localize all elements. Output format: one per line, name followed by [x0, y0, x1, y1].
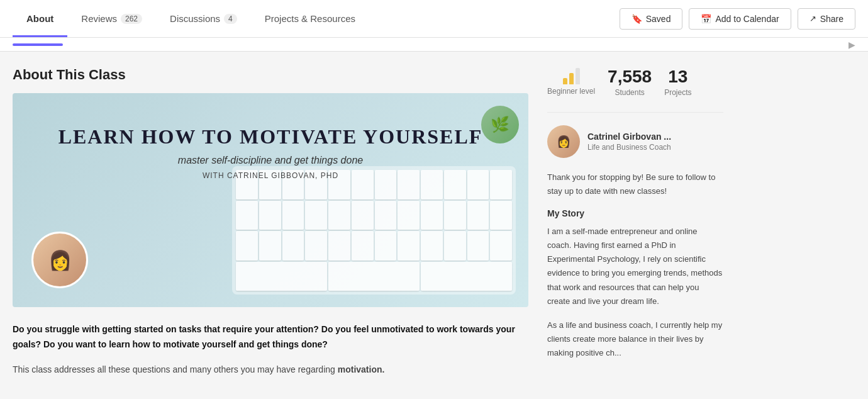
right-column: Beginner level 7,558 Students 13 Project… — [547, 67, 723, 377]
projects-label: Projects — [664, 88, 691, 97]
bio-paragraph-2: As a life and business coach, I currentl… — [547, 318, 723, 360]
students-stat: 7,558 Students — [608, 67, 652, 97]
scroll-indicator — [13, 43, 63, 46]
bio-section-title: My Story — [547, 208, 723, 218]
bar-1 — [563, 78, 567, 84]
level-stat: Beginner level — [547, 67, 595, 96]
tab-about-label: About — [26, 13, 53, 24]
description-normal: This class addresses all these questions… — [13, 362, 528, 378]
bio-paragraph-1: I am a self-made entrepreneur and online… — [547, 225, 723, 308]
share-label: Share — [820, 14, 843, 24]
main-content: About This Class 🌿 👩 LEARN HOW TO MOTIVA… — [0, 52, 868, 392]
description-bold: Do you struggle with getting started on … — [13, 322, 528, 352]
instructor-avatar: 👩 — [547, 125, 580, 158]
left-column: About This Class 🌿 👩 LEARN HOW TO MOTIVA… — [13, 67, 547, 377]
calendar-icon: 📅 — [701, 14, 711, 24]
tab-discussions-label: Discussions — [170, 13, 220, 24]
calendar-label: Add to Calendar — [715, 14, 779, 24]
course-subtitle: master self-discipline and get things do… — [25, 155, 516, 166]
tab-projects-label: Projects & Resources — [265, 13, 355, 24]
level-label: Beginner level — [547, 87, 595, 96]
students-count: 7,558 — [608, 67, 652, 87]
bar-3 — [576, 68, 580, 84]
tab-projects[interactable]: Projects & Resources — [251, 0, 369, 37]
bookmark-icon: 🔖 — [632, 14, 642, 24]
course-title-overlay: LEARN HOW TO MOTIVATE YOURSELF master se… — [13, 93, 528, 307]
add-to-calendar-button[interactable]: 📅 Add to Calendar — [689, 8, 791, 30]
course-author: with CATRINEL GIBBOVAN, PhD — [25, 171, 516, 180]
action-buttons: 🔖 Saved 📅 Add to Calendar ↗ Share — [620, 8, 855, 30]
tab-about[interactable]: About — [13, 0, 67, 37]
motivation-word: motivation. — [338, 364, 385, 374]
saved-button[interactable]: 🔖 Saved — [620, 8, 683, 30]
reviews-badge: 262 — [121, 14, 142, 24]
stats-row: Beginner level 7,558 Students 13 Project… — [547, 67, 723, 97]
section-title: About This Class — [13, 67, 528, 83]
tab-reviews[interactable]: Reviews 262 — [67, 0, 156, 37]
tab-discussions[interactable]: Discussions 4 — [156, 0, 251, 37]
students-label: Students — [608, 88, 652, 97]
course-main-title: LEARN HOW TO MOTIVATE YOURSELF — [25, 125, 516, 149]
share-button[interactable]: ↗ Share — [798, 8, 855, 30]
saved-label: Saved — [646, 14, 671, 24]
tab-reviews-label: Reviews — [81, 13, 117, 24]
nav-tabs: About Reviews 262 Discussions 4 Projects… — [13, 0, 369, 37]
bio-greeting: Thank you for stopping by! Be sure to fo… — [547, 171, 723, 198]
course-image: 🌿 👩 LEARN HOW TO MOTIVATE YOURSELF maste… — [13, 93, 528, 307]
instructor-name: Catrinel Girbovan ... — [587, 132, 671, 142]
scroll-row: ▶ — [0, 38, 868, 52]
navigation-bar: About Reviews 262 Discussions 4 Projects… — [0, 0, 868, 38]
scroll-right-arrow[interactable]: ▶ — [849, 40, 855, 50]
projects-count: 13 — [664, 67, 691, 87]
bar-2 — [569, 73, 574, 84]
discussions-badge: 4 — [224, 14, 237, 24]
projects-stat: 13 Projects — [664, 67, 691, 97]
instructor-info: Catrinel Girbovan ... Life and Business … — [587, 132, 671, 152]
divider-1 — [547, 112, 723, 113]
share-icon: ↗ — [810, 14, 816, 23]
instructor-title: Life and Business Coach — [587, 143, 671, 152]
level-bars-icon — [563, 67, 580, 84]
instructor-card: 👩 Catrinel Girbovan ... Life and Busines… — [547, 125, 723, 158]
